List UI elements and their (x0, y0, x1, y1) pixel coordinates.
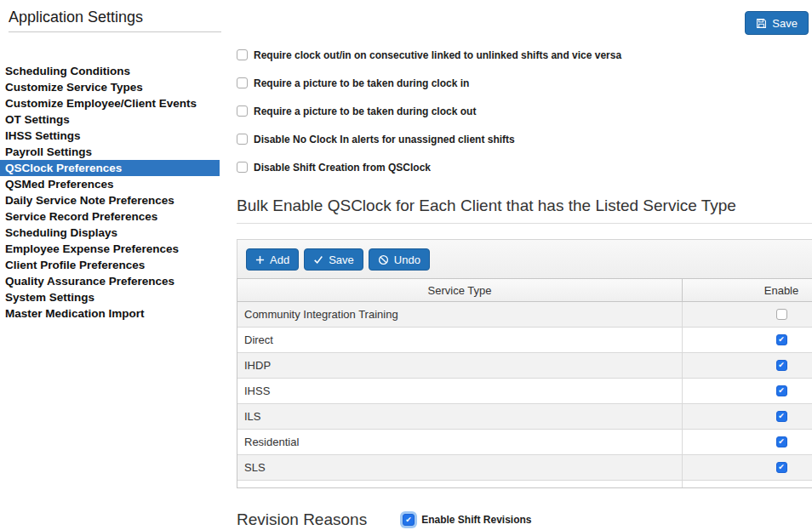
enable-checkbox-sls[interactable] (776, 462, 787, 473)
table-body: Community Integration TrainingDirectIHDP… (237, 302, 812, 481)
preference-label: Disable Shift Creation from QSClock (254, 162, 431, 174)
table-row: IHDP (237, 353, 812, 379)
revision-section: Revision Reasons Enable Shift Revisions (237, 510, 812, 530)
service-type-column-header: Service Type (237, 279, 682, 301)
enable-checkbox-residential[interactable] (776, 436, 787, 447)
enable-checkbox-ihss[interactable] (776, 385, 787, 396)
enable-checkbox-ihdp[interactable] (776, 360, 787, 371)
service-type-cell: Community Integration Training (237, 302, 682, 327)
application-settings-page: Application Settings Scheduling Conditio… (0, 0, 812, 530)
sidebar-item-scheduling-conditions[interactable]: Scheduling Conditions (0, 63, 220, 79)
preference-row: Require clock out/in on consecutive link… (237, 49, 812, 77)
sidebar-nav: Scheduling ConditionsCustomize Service T… (0, 63, 220, 322)
table-save-button-label: Save (329, 254, 354, 266)
sidebar-item-quality-assurance-preferences[interactable]: Quality Assurance Preferences (0, 273, 220, 289)
disable-shift-creation-from-qsclock-checkbox[interactable] (237, 162, 248, 173)
sidebar-item-ot-settings[interactable]: OT Settings (0, 111, 220, 128)
preference-label: Require clock out/in on consecutive link… (254, 49, 621, 61)
preference-label: Require a picture to be taken during clo… (254, 105, 476, 117)
enable-shift-revisions-checkbox[interactable] (403, 514, 415, 526)
empty-service-cell (237, 481, 682, 487)
service-type-cell: Residential (237, 430, 682, 454)
preference-row: Disable Shift Creation from QSClock (237, 162, 812, 190)
sidebar-item-master-medication-import[interactable]: Master Medication Import (0, 305, 220, 322)
main-content: Save Require clock out/in on consecutive… (220, 0, 812, 530)
sidebar-item-service-record-preferences[interactable]: Service Record Preferences (0, 208, 220, 225)
sidebar-item-client-profile-preferences[interactable]: Client Profile Preferences (0, 257, 220, 273)
table-row: IHSS (237, 379, 812, 404)
sidebar-item-payroll-settings[interactable]: Payroll Settings (0, 144, 220, 160)
undo-button-label: Undo (394, 254, 420, 266)
service-type-cell: IHDP (237, 353, 682, 378)
sidebar-item-customize-employee-client-events[interactable]: Customize Employee/Client Events (0, 95, 220, 111)
enable-cell (682, 404, 812, 429)
save-button[interactable]: Save (745, 11, 809, 35)
preference-checkbox-list: Require clock out/in on consecutive link… (237, 49, 812, 190)
table-row: Residential (237, 430, 812, 455)
page-title: Application Settings (9, 9, 221, 32)
add-button-label: Add (270, 254, 289, 266)
preference-label: Disable No Clock In alerts for unassigne… (254, 134, 515, 145)
enable-checkbox-ils[interactable] (776, 411, 787, 422)
sidebar-item-scheduling-displays[interactable]: Scheduling Displays (0, 225, 220, 241)
table-toolbar: Add Save Undo (237, 239, 812, 278)
enable-column-header: Enable (682, 279, 812, 301)
enable-cell (682, 353, 812, 378)
table-save-button[interactable]: Save (304, 248, 363, 271)
enable-checkbox-community-integration-training[interactable] (776, 309, 787, 320)
sidebar-item-ihss-settings[interactable]: IHSS Settings (0, 128, 220, 144)
sidebar-item-employee-expense-preferences[interactable]: Employee Expense Preferences (0, 241, 220, 257)
sidebar-item-daily-service-note-preferences[interactable]: Daily Service Note Preferences (0, 192, 220, 208)
preference-label: Require a picture to be taken during clo… (254, 77, 469, 89)
empty-enable-cell (682, 481, 812, 487)
sidebar-item-qsclock-preferences[interactable]: QSClock Preferences (0, 160, 220, 176)
table-row: SLS (237, 455, 812, 481)
preference-row: Require a picture to be taken during clo… (237, 77, 812, 105)
service-type-cell: Direct (237, 328, 682, 352)
plus-icon (255, 255, 265, 265)
service-type-table: Service Type Enable Community Integratio… (237, 278, 812, 488)
table-row: ILS (237, 404, 812, 430)
table-header-row: Service Type Enable (237, 279, 812, 302)
require-a-picture-to-be-taken-during-clock-out-checkbox[interactable] (237, 105, 248, 117)
undo-button[interactable]: Undo (369, 248, 430, 271)
check-icon (313, 254, 323, 265)
service-type-cell: ILS (237, 404, 682, 429)
ban-icon (378, 254, 389, 265)
disable-no-clock-in-alerts-for-unassigned-client-shifts-checkbox[interactable] (237, 134, 248, 145)
enable-cell (682, 302, 812, 327)
revision-section-title: Revision Reasons (237, 510, 367, 529)
preference-row: Disable No Clock In alerts for unassigne… (237, 134, 812, 162)
require-a-picture-to-be-taken-during-clock-in-checkbox[interactable] (237, 77, 248, 88)
bulk-section-title: Bulk Enable QSClock for Each Client that… (237, 197, 812, 224)
enable-cell (682, 455, 812, 480)
add-button[interactable]: Add (246, 248, 299, 271)
floppy-icon (756, 18, 767, 29)
sidebar-item-system-settings[interactable]: System Settings (0, 289, 220, 305)
table-row: Community Integration Training (237, 302, 812, 328)
enable-cell (682, 430, 812, 454)
sidebar-item-qsmed-preferences[interactable]: QSMed Preferences (0, 176, 220, 192)
enable-checkbox-direct[interactable] (776, 334, 787, 345)
save-button-label: Save (772, 17, 798, 30)
table-row: Direct (237, 328, 812, 353)
enable-shift-revisions-label: Enable Shift Revisions (421, 514, 531, 526)
sidebar: Application Settings Scheduling Conditio… (0, 0, 220, 530)
require-clock-out-in-on-consecutive-linked-to-unlinked-shifts-and-vice-versa-checkbox[interactable] (237, 49, 248, 60)
service-type-cell: IHSS (237, 379, 682, 403)
preference-row: Require a picture to be taken during clo… (237, 105, 812, 134)
sidebar-item-customize-service-types[interactable]: Customize Service Types (0, 79, 220, 95)
enable-cell (682, 328, 812, 352)
empty-table-row (237, 481, 812, 487)
service-type-cell: SLS (237, 455, 682, 480)
enable-cell (682, 379, 812, 403)
